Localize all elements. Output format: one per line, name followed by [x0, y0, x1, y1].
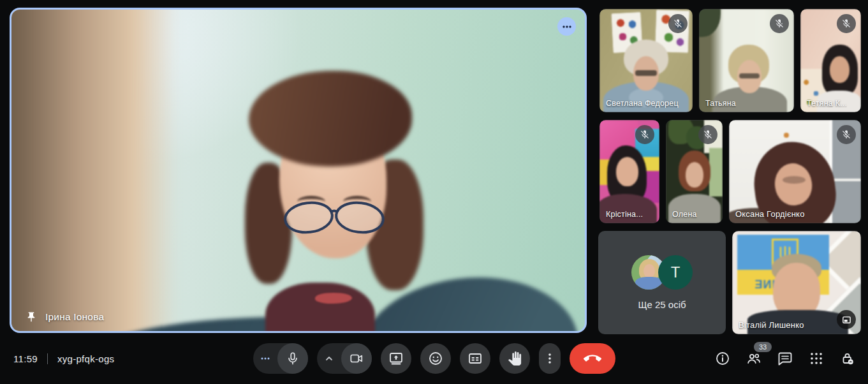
- glasses-art: [282, 198, 386, 239]
- mic-off-icon: [774, 18, 784, 29]
- more-options-icon: [545, 353, 555, 364]
- picture-in-picture-icon: [842, 315, 851, 325]
- pin-icon: [26, 311, 37, 323]
- participant-name: Віталій Лишенко: [739, 320, 804, 330]
- participant-tile[interactable]: Татьяна: [699, 9, 794, 112]
- mic-off-indicator: [698, 125, 717, 144]
- chat-icon: [777, 351, 793, 366]
- participant-tile[interactable]: Олена: [666, 120, 723, 223]
- avatar-cluster: T: [631, 255, 693, 290]
- mic-off-indicator: [668, 14, 688, 33]
- participant-name: Тетяна К...: [807, 99, 847, 108]
- wall-art: [784, 133, 789, 138]
- host-controls-lock-icon: [840, 351, 855, 366]
- participant-tile[interactable]: Тетяна К...: [800, 9, 861, 112]
- meeting-panels: 33: [715, 333, 855, 384]
- mic-off-indicator: [770, 14, 789, 33]
- main-video-tile[interactable]: Ірина Іонова: [10, 8, 587, 333]
- divider: [47, 353, 48, 364]
- overflow-participants-tile[interactable]: T Ще 25 осіб: [598, 231, 726, 334]
- participant-name: Татьяна: [705, 99, 736, 108]
- mic-icon: [286, 351, 300, 366]
- avatar-art: [644, 264, 655, 278]
- present-screen-button[interactable]: [381, 343, 411, 374]
- overflow-count-label: Ще 25 осіб: [638, 299, 686, 310]
- participant-name: Оксана Гордієнко: [735, 209, 805, 219]
- participant-tile[interactable]: UKRAINE Віталій Лишенко: [732, 231, 861, 334]
- foreground-blur-art: [11, 10, 177, 331]
- three-dots-icon: [562, 22, 572, 32]
- activities-panel-button[interactable]: [809, 351, 824, 366]
- ellipsis-icon: [260, 353, 270, 364]
- more-options-button[interactable]: [539, 343, 561, 374]
- mic-control-group: [253, 343, 308, 374]
- end-call-icon: [584, 350, 601, 367]
- participant-name: Олена: [672, 210, 697, 219]
- face-art: [686, 162, 703, 188]
- main-name-chip: Ірина Іонова: [26, 311, 104, 323]
- picture-in-picture-button[interactable]: [837, 310, 856, 329]
- window-art: [832, 179, 861, 181]
- glasses-art: [739, 73, 760, 78]
- main-participant-name: Ірина Іонова: [45, 311, 104, 323]
- mic-off-icon: [703, 129, 713, 140]
- mic-off-indicator: [837, 14, 856, 33]
- mic-off-icon: [640, 129, 650, 140]
- main-video-art: [11, 10, 585, 331]
- meeting-info: 11:59 xyg-pfqk-ogs: [13, 333, 114, 384]
- reactions-button[interactable]: [420, 343, 451, 374]
- chat-panel-button[interactable]: [777, 351, 793, 366]
- participant-name: Крістіна...: [606, 210, 643, 219]
- mic-options-button[interactable]: [253, 343, 277, 374]
- mic-off-icon: [841, 18, 851, 29]
- participant-count-badge: 33: [754, 342, 772, 352]
- present-screen-icon: [388, 351, 404, 366]
- chevron-up-icon: [325, 354, 334, 363]
- camera-options-button[interactable]: [317, 343, 341, 374]
- body-art: [600, 194, 657, 223]
- call-controls: [253, 343, 615, 374]
- raise-hand-icon: [508, 351, 522, 366]
- face-art: [830, 56, 850, 83]
- tile-options-button[interactable]: [557, 17, 576, 36]
- captions-button[interactable]: [460, 343, 490, 374]
- mic-off-indicator: [635, 125, 654, 144]
- info-icon: [715, 351, 730, 366]
- mic-off-indicator: [837, 125, 856, 144]
- participant-tile[interactable]: Оксана Гордієнко: [729, 120, 861, 223]
- avatar-letter: T: [658, 255, 693, 290]
- apps-grid-icon: [809, 351, 823, 366]
- captions-cc-icon: [467, 351, 483, 366]
- mic-button[interactable]: [277, 343, 308, 374]
- bottom-control-bar: 11:59 xyg-pfqk-ogs: [0, 333, 868, 384]
- mic-off-icon: [673, 18, 683, 29]
- body-art: [668, 194, 721, 223]
- hair-art: [249, 71, 412, 166]
- wall-art: [709, 148, 723, 196]
- overflow-content: T Ще 25 осіб: [598, 231, 726, 334]
- raise-hand-button[interactable]: [499, 343, 530, 374]
- glasses-art: [635, 70, 657, 76]
- camera-control-group: [317, 343, 372, 374]
- camera-button[interactable]: [341, 343, 372, 374]
- meeting-details-button[interactable]: [715, 351, 730, 366]
- participant-tile[interactable]: Крістіна...: [600, 120, 659, 223]
- meet-call-screen: Ірина Іонова Светлана Федорец: [0, 0, 868, 384]
- reactions-emoji-icon: [428, 351, 443, 366]
- host-controls-button[interactable]: [840, 351, 855, 366]
- participant-name: Светлана Федорец: [606, 99, 679, 108]
- camera-icon: [349, 351, 364, 366]
- people-panel-button[interactable]: 33: [746, 351, 761, 366]
- face-art: [783, 176, 805, 184]
- meeting-code: xyg-pfqk-ogs: [57, 353, 114, 364]
- participant-tile[interactable]: Светлана Федорец: [600, 9, 693, 112]
- mic-off-icon: [841, 129, 851, 140]
- end-call-button[interactable]: [570, 343, 615, 374]
- clock-time: 11:59: [13, 353, 38, 364]
- people-icon: [746, 351, 761, 366]
- face-art: [616, 157, 638, 186]
